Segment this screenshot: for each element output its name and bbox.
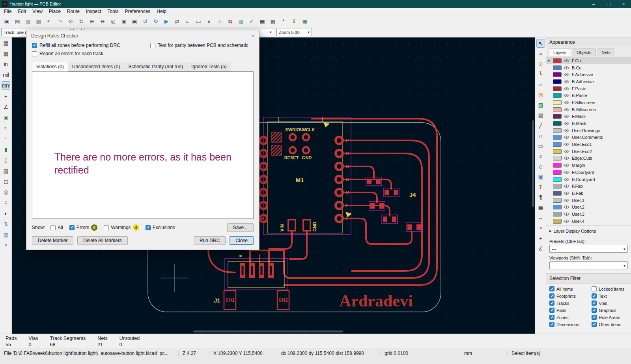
plugins-icon[interactable]: * — [279, 17, 288, 26]
visibility-eye-icon[interactable] — [564, 163, 570, 168]
delete-all-markers-button[interactable]: Delete All Markers — [77, 236, 127, 245]
appearance-tab-nets[interactable]: Nets — [597, 49, 615, 56]
maximize-button[interactable]: ▢ — [601, 0, 616, 8]
visibility-eye-icon[interactable] — [564, 219, 570, 223]
menu-inspect[interactable]: Inspect — [83, 9, 105, 14]
checkbox[interactable] — [69, 225, 75, 230]
lock-icon[interactable]: ● — [204, 17, 213, 26]
layer-row-user-3[interactable]: ▶ User.3 — [546, 211, 631, 218]
layers-manager-icon[interactable]: ▥ — [2, 230, 10, 239]
scripting-console-icon[interactable]: × — [2, 241, 10, 250]
filter-zones[interactable]: Zones — [549, 315, 591, 320]
unit-mm-button[interactable]: mm — [2, 81, 10, 90]
layer-row-b-adhesive[interactable]: ▶ B.Adhesive — [546, 78, 631, 85]
filter-rule-areas[interactable]: Rule Areas — [592, 315, 628, 320]
zone-fill-icon[interactable]: ▮ — [2, 145, 10, 154]
layer-color-swatch[interactable] — [553, 177, 562, 182]
filter-locked-items[interactable]: Locked items — [592, 286, 628, 291]
layer-color-swatch[interactable] — [553, 191, 562, 196]
viewports-combo[interactable]: --- ▾ — [549, 261, 628, 269]
local-ratsnest-icon[interactable]: ≈ — [536, 49, 545, 58]
layer-row-f-courtyard[interactable]: ▶ F.Courtyard — [546, 169, 631, 176]
route-tracks-icon[interactable]: └ — [536, 70, 545, 78]
filter-dimensions[interactable]: Dimensions — [549, 322, 591, 327]
menu-place[interactable]: Place — [46, 9, 64, 14]
layer-color-swatch[interactable] — [553, 219, 562, 224]
checkbox[interactable] — [32, 43, 37, 48]
checkbox[interactable] — [549, 293, 554, 299]
checkbox[interactable] — [549, 315, 554, 320]
parity-test-option[interactable]: Test for parity between PCB and schemati… — [150, 43, 254, 48]
layer-row-b-courtyard[interactable]: ▶ B.Courtyard — [546, 176, 631, 183]
appearance-tab-objects[interactable]: Objects — [572, 49, 596, 56]
checkbox[interactable] — [592, 315, 597, 320]
delete-tool-icon[interactable]: × — [536, 224, 545, 232]
polygon-tool-icon[interactable]: ◇ — [536, 162, 545, 171]
dialog-close-icon[interactable]: × — [251, 33, 254, 39]
unlock-icon[interactable]: ○ — [215, 17, 224, 26]
plot-icon[interactable]: ▨ — [34, 17, 43, 26]
layer-color-swatch[interactable] — [553, 156, 562, 161]
layer-row-user-1[interactable]: ▶ User.1 — [546, 197, 631, 204]
add-zone-icon[interactable]: ▧ — [536, 101, 545, 109]
layer-row-b-silkscreen[interactable]: ▶ B.Silkscreen — [546, 106, 631, 113]
menu-help[interactable]: Help — [153, 9, 170, 14]
textbox-tool-icon[interactable]: ¶ — [536, 193, 545, 202]
pads-outline-icon[interactable]: ◻ — [2, 177, 10, 186]
magnetic-tracks-icon[interactable]: ≈ — [2, 124, 10, 133]
visibility-eye-icon[interactable] — [564, 212, 570, 216]
menu-file[interactable]: File — [1, 9, 15, 14]
layer-color-swatch[interactable] — [553, 121, 562, 126]
delete-marker-button[interactable]: Delete Marker — [32, 236, 73, 245]
redo-icon[interactable]: ↷ — [55, 17, 64, 26]
checkbox[interactable] — [592, 301, 597, 306]
filter-all-items[interactable]: All items — [549, 286, 591, 291]
layer-row-b-cu[interactable]: ▶ B.Cu — [546, 64, 631, 71]
visibility-eye-icon[interactable] — [564, 114, 570, 119]
layer-row-f-mask[interactable]: ▶ F.Mask — [546, 113, 631, 120]
print-icon[interactable]: ▥ — [23, 17, 32, 26]
checkbox[interactable] — [592, 286, 597, 291]
menu-view[interactable]: View — [29, 9, 46, 14]
layer-color-swatch[interactable] — [553, 65, 562, 70]
route-diff-pair-icon[interactable]: ═ — [536, 80, 545, 89]
grid-visibility-icon[interactable]: ▦ — [2, 39, 10, 47]
layer-color-swatch[interactable] — [553, 107, 562, 112]
layer-color-swatch[interactable] — [553, 135, 562, 140]
layer-row-f-adhesive[interactable]: ▶ F.Adhesive — [546, 71, 631, 78]
update-pcb-from-schematic-icon[interactable]: ⇆ — [226, 17, 235, 26]
checkbox[interactable] — [150, 43, 155, 48]
filter-all[interactable]: All — [50, 225, 63, 230]
arc-tool-icon[interactable]: ∩ — [536, 131, 545, 140]
layer-color-swatch[interactable] — [553, 58, 562, 63]
zoom-in-icon[interactable]: ⊕ — [87, 17, 96, 26]
filter-warnings[interactable]: Warnings 4 — [104, 224, 139, 231]
filter-graphics[interactable]: Graphics — [592, 308, 628, 313]
visibility-eye-icon[interactable] — [564, 128, 570, 133]
visibility-eye-icon[interactable] — [564, 121, 570, 126]
appearance-tab-layers[interactable]: Layers — [549, 49, 571, 56]
layer-row-user-eco1[interactable]: ▶ User.Eco1 — [546, 141, 631, 148]
visibility-eye-icon[interactable] — [564, 205, 570, 209]
checkbox[interactable] — [592, 308, 597, 313]
filter-vias[interactable]: Vias — [592, 301, 628, 306]
mirror-icon[interactable]: ⇄ — [172, 17, 181, 26]
visibility-eye-icon[interactable] — [564, 65, 570, 70]
image-tool-icon[interactable]: ▣ — [536, 172, 545, 181]
visibility-eye-icon[interactable] — [564, 107, 570, 112]
measure-tool-icon[interactable]: ∠ — [536, 244, 545, 253]
layer-color-swatch[interactable] — [553, 142, 562, 147]
visibility-eye-icon[interactable] — [564, 73, 570, 77]
ratsnest-icon[interactable]: ~ — [2, 134, 10, 143]
visibility-eye-icon[interactable] — [564, 142, 570, 147]
horizontal-scrollbar[interactable] — [193, 330, 343, 332]
layer-row-user-drawings[interactable]: ▶ User.Drawings — [546, 127, 631, 134]
minimize-button[interactable]: – — [586, 0, 601, 8]
layer-color-swatch[interactable] — [553, 170, 562, 175]
layer-row-user-eco2[interactable]: ▶ User.Eco2 — [546, 148, 631, 155]
layer-row-f-cu[interactable]: ▶ F.Cu — [546, 57, 631, 64]
checkbox[interactable] — [146, 225, 151, 230]
settings-icon[interactable]: ▩ — [268, 17, 277, 26]
page-settings-icon[interactable]: ▤ — [13, 17, 22, 26]
checkbox[interactable] — [549, 322, 554, 327]
